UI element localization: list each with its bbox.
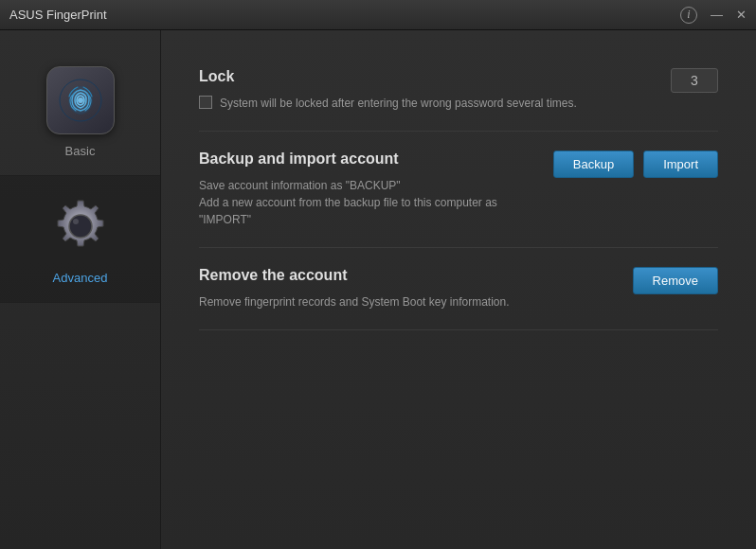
- fingerprint-svg: [57, 77, 104, 124]
- svg-point-2: [69, 215, 92, 238]
- sidebar-advanced-label: Advanced: [53, 271, 108, 285]
- import-button[interactable]: Import: [643, 151, 718, 178]
- gear-svg: [46, 193, 115, 261]
- sidebar-basic-label: Basic: [65, 144, 96, 158]
- lock-checkbox[interactable]: [199, 96, 212, 109]
- remove-button[interactable]: Remove: [633, 267, 718, 294]
- backup-section: Backup and import account Save account i…: [199, 132, 718, 248]
- sidebar-item-basic[interactable]: Basic: [0, 49, 160, 176]
- backup-left: Backup and import account Save account i…: [199, 151, 534, 228]
- lock-title: Lock: [199, 68, 652, 85]
- app-body: Basic: [0, 30, 756, 549]
- title-bar-left: ASUS FingerPrint: [9, 8, 107, 22]
- remove-title: Remove the account: [199, 267, 614, 284]
- svg-point-3: [73, 219, 79, 224]
- minimize-button[interactable]: —: [711, 9, 723, 21]
- title-bar: ASUS FingerPrint i — ✕: [0, 0, 756, 30]
- content-area: Lock System will be locked after enterin…: [161, 30, 756, 549]
- info-icon[interactable]: i: [680, 7, 697, 24]
- remove-left: Remove the account Remove fingerprint re…: [199, 267, 614, 310]
- remove-desc: Remove fingerprint records and System Bo…: [199, 293, 614, 310]
- remove-right: Remove: [633, 267, 718, 294]
- backup-button[interactable]: Backup: [553, 151, 634, 178]
- backup-row: Backup and import account Save account i…: [199, 151, 718, 228]
- lock-row: Lock System will be locked after enterin…: [199, 68, 718, 112]
- title-bar-controls: i — ✕: [680, 7, 747, 24]
- lock-right: 3: [671, 68, 718, 93]
- lock-left: Lock System will be locked after enterin…: [199, 68, 652, 112]
- sidebar-item-advanced[interactable]: Advanced: [0, 176, 160, 303]
- backup-desc1: Save account information as "BACKUP": [199, 177, 534, 194]
- backup-desc2: Add a new account from the backup file t…: [199, 194, 534, 228]
- remove-section: Remove the account Remove fingerprint re…: [199, 248, 718, 330]
- lock-counter: 3: [671, 68, 718, 93]
- remove-row: Remove the account Remove fingerprint re…: [199, 267, 718, 310]
- lock-checkbox-row: System will be locked after entering the…: [199, 95, 652, 112]
- backup-title: Backup and import account: [199, 151, 534, 168]
- svg-point-1: [78, 97, 83, 103]
- lock-section: Lock System will be locked after enterin…: [199, 59, 718, 132]
- app-title: ASUS FingerPrint: [9, 8, 107, 22]
- backup-buttons: Backup Import: [553, 151, 718, 178]
- sidebar: Basic: [0, 30, 161, 549]
- lock-checkbox-label: System will be locked after entering the…: [220, 95, 577, 112]
- fingerprint-icon-container: [46, 66, 115, 134]
- close-button[interactable]: ✕: [736, 9, 747, 21]
- gear-icon-container: [46, 193, 115, 261]
